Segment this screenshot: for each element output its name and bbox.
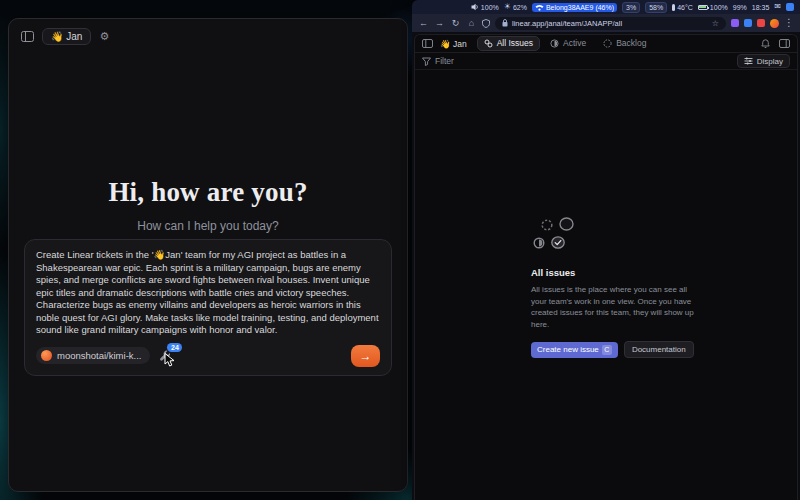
tray-shield-icon — [418, 3, 426, 12]
team-selector-button[interactable]: 👋 Jan — [42, 28, 91, 45]
extension-icon[interactable] — [757, 19, 765, 27]
tools-button[interactable]: 24 — [159, 349, 173, 362]
sun-icon: ☀ — [504, 3, 511, 11]
linear-sidebar-toggle-icon[interactable] — [422, 39, 433, 48]
tab-active[interactable]: Active — [543, 36, 593, 51]
browser-toolbar: ← → ↻ ⌂ linear.app/janai/team/JANAPP/all… — [412, 14, 800, 32]
send-button[interactable]: → — [351, 345, 380, 367]
empty-state: All issues All issues is the place where… — [531, 217, 709, 358]
memory-indicator: 58% — [645, 2, 667, 13]
sidebar-toggle-icon[interactable] — [21, 31, 34, 42]
send-arrow-icon: → — [360, 350, 372, 362]
profile-avatar[interactable] — [770, 19, 779, 28]
composer: Create Linear tickets in the '👋Jan' team… — [24, 239, 392, 376]
notifications-bell-icon[interactable] — [761, 39, 770, 49]
status-in-progress-icon — [533, 237, 545, 249]
wifi-icon — [535, 4, 544, 11]
network-name: Belong38AAE9 (46%) — [546, 4, 614, 11]
model-provider-icon — [41, 350, 52, 361]
cpu-indicator: 3% — [622, 2, 640, 13]
filter-label: Filter — [435, 56, 454, 66]
prompt-input[interactable]: Create Linear tickets in the '👋Jan' team… — [36, 249, 380, 337]
desktop: 👋 Jan ⚙ Hi, how are you? How can I help … — [0, 0, 800, 500]
url-bar[interactable]: linear.app/janai/team/JANAPP/all ☆ — [495, 17, 726, 30]
clock: 18:35 — [752, 4, 770, 11]
panel-left-icon — [21, 31, 34, 42]
system-status-bar: 100% ☀ 62% Belong38AAE9 (46%) 3% 58% 46°… — [412, 0, 800, 14]
model-selector[interactable]: moonshotai/kimi-k... — [36, 347, 150, 364]
linear-header: 👋 Jan All Issues Active Backlog — [415, 35, 797, 53]
empty-state-actions: Create new issue C Documentation — [531, 341, 709, 358]
shield-icon[interactable] — [482, 19, 490, 28]
filter-button[interactable]: Filter — [422, 56, 454, 66]
composer-toolbar: moonshotai/kimi-k... 24 → — [36, 345, 380, 367]
tab-backlog[interactable]: Backlog — [596, 36, 653, 51]
linear-team-label: 👋 Jan — [440, 39, 467, 49]
brightness-value: 62% — [513, 4, 527, 11]
panel-right-icon[interactable] — [779, 39, 790, 48]
speaker-icon — [471, 3, 479, 11]
battery-indicator: 99% — [733, 4, 747, 11]
create-button-label: Create new issue — [537, 345, 599, 354]
in-progress-icon — [550, 39, 559, 48]
linear-header-actions — [761, 39, 790, 49]
status-done-icon — [551, 236, 565, 249]
temperature-value: 46°C — [677, 4, 693, 11]
battery-icon — [698, 5, 708, 10]
linear-filter-bar: Filter Display — [415, 53, 797, 70]
lock-icon — [502, 19, 508, 27]
documentation-button[interactable]: Documentation — [624, 341, 694, 358]
status-todo-icon — [559, 217, 574, 231]
thermometer-icon — [672, 4, 675, 11]
filter-funnel-icon — [422, 57, 431, 66]
volume-indicator: 100% — [471, 3, 499, 11]
refresh-button[interactable]: ↻ — [450, 19, 461, 28]
gear-icon[interactable]: ⚙ — [99, 31, 109, 42]
jan-app-window: 👋 Jan ⚙ Hi, how are you? How can I help … — [8, 18, 408, 492]
url-text: linear.app/janai/team/JANAPP/all — [512, 19, 622, 28]
empty-state-description: All issues is the place where you can se… — [531, 284, 701, 330]
temperature-indicator: 46°C — [672, 4, 693, 11]
browser-window: 100% ☀ 62% Belong38AAE9 (46%) 3% 58% 46°… — [412, 0, 800, 500]
tab-label: Active — [563, 38, 586, 48]
forward-button[interactable]: → — [434, 19, 445, 28]
extension-icon[interactable] — [731, 19, 739, 27]
bookmark-star-icon[interactable]: ☆ — [712, 19, 719, 28]
jan-titlebar: 👋 Jan ⚙ — [9, 19, 407, 54]
all-issues-icon — [484, 39, 493, 48]
display-button[interactable]: Display — [737, 54, 790, 68]
tab-label: All Issues — [497, 38, 533, 48]
keyboard-shortcut-badge: C — [602, 345, 612, 354]
model-name-label: moonshotai/kimi-k... — [57, 350, 141, 361]
greeting-block: Hi, how are you? How can I help you toda… — [9, 177, 407, 233]
tab-label: Backlog — [616, 38, 646, 48]
extension-icon[interactable] — [744, 19, 752, 27]
tab-all-issues[interactable]: All Issues — [477, 36, 540, 51]
disk-value: 100% — [710, 4, 728, 11]
view-tabs: All Issues Active Backlog — [477, 36, 654, 51]
display-label: Display — [757, 57, 783, 66]
linear-app: 👋 Jan All Issues Active Backlog — [414, 34, 798, 500]
tray-app-icon[interactable] — [786, 3, 794, 11]
status-backlog-icon — [541, 219, 553, 231]
volume-value: 100% — [481, 4, 499, 11]
brightness-indicator: ☀ 62% — [504, 3, 527, 11]
issue-status-icons — [533, 217, 585, 257]
greeting-subtitle: How can I help you today? — [9, 219, 407, 233]
display-sliders-icon — [744, 57, 753, 65]
browser-menu-button[interactable]: ⋮ — [784, 18, 794, 28]
backlog-icon — [603, 39, 612, 48]
disk-indicator: 100% — [698, 4, 728, 11]
tools-count-badge: 24 — [167, 343, 182, 352]
mail-icon[interactable]: ✉ — [774, 3, 781, 11]
home-button[interactable]: ⌂ — [466, 19, 477, 28]
mouse-cursor — [164, 353, 175, 368]
battery-fill — [699, 6, 706, 8]
empty-state-title: All issues — [531, 267, 709, 278]
greeting-title: Hi, how are you? — [9, 177, 407, 208]
create-new-issue-button[interactable]: Create new issue C — [531, 342, 618, 357]
network-indicator[interactable]: Belong38AAE9 (46%) — [532, 3, 617, 12]
team-pill-label: 👋 Jan — [51, 31, 82, 42]
back-button[interactable]: ← — [418, 19, 429, 28]
